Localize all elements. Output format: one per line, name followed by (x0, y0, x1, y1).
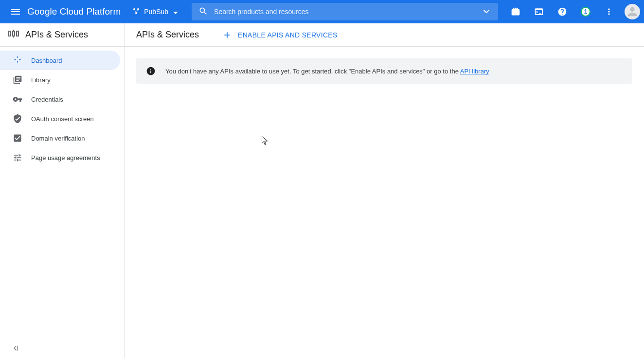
sidebar-item-credentials[interactable]: Credentials (0, 90, 124, 109)
sidebar-item-label: OAuth consent screen (31, 115, 94, 123)
sidebar-item-label: Page usage agreements (31, 154, 100, 161)
sidebar-item-library[interactable]: Library (0, 70, 124, 90)
sidebar-header: APIs & Services (0, 23, 124, 47)
banner-text-prefix: You don't have any APIs available to use… (165, 68, 460, 75)
cloud-shell-icon (534, 7, 544, 17)
search-icon (198, 6, 208, 18)
notification-badge: 1 (581, 7, 590, 17)
content-area: You don't have any APIs available to use… (125, 47, 644, 95)
help-button[interactable] (553, 0, 572, 23)
hamburger-menu-button[interactable] (4, 0, 27, 23)
library-icon (12, 75, 23, 85)
more-button[interactable] (599, 0, 619, 23)
key-icon (12, 94, 23, 104)
brand-title[interactable]: Google Cloud Platform (27, 6, 121, 17)
sidebar-item-dashboard[interactable]: Dashboard (0, 51, 120, 70)
svg-rect-3 (9, 31, 11, 36)
sidebar-item-oauth[interactable]: OAuth consent screen (0, 109, 124, 128)
more-vert-icon (604, 7, 614, 17)
search-container (192, 3, 498, 20)
api-library-link[interactable]: API library (460, 68, 489, 75)
verified-icon (12, 133, 23, 143)
sidebar-item-label: Dashboard (31, 57, 62, 64)
dashboard-icon (12, 55, 23, 65)
sidebar-nav: Dashboard Library Credentials OAuth cons… (0, 47, 124, 339)
help-icon (557, 7, 567, 17)
project-icon (132, 7, 140, 17)
sidebar: APIs & Services Dashboard Library Creden… (0, 23, 125, 358)
sidebar-item-label: Domain verification (31, 135, 85, 142)
plus-icon (222, 30, 232, 40)
svg-rect-4 (13, 31, 15, 36)
main-header: APIs & Services ENABLE APIS AND SERVICES (125, 23, 644, 47)
sidebar-item-label: Library (31, 76, 51, 84)
enable-apis-button[interactable]: ENABLE APIS AND SERVICES (222, 30, 338, 40)
header-utility-icons: 1 (506, 0, 640, 23)
sidebar-item-label: Credentials (31, 96, 63, 103)
sidebar-title: APIs & Services (25, 30, 88, 40)
sidebar-collapse-button[interactable] (0, 339, 124, 358)
enable-apis-label: ENABLE APIS AND SERVICES (238, 31, 338, 39)
sidebar-item-domain[interactable]: Domain verification (0, 128, 124, 148)
dropdown-arrow-icon (173, 8, 178, 16)
hamburger-icon (10, 6, 21, 18)
person-icon (626, 5, 639, 18)
info-icon (146, 66, 156, 76)
search-input[interactable] (214, 8, 477, 16)
consent-icon (12, 114, 23, 124)
main-layout: APIs & Services Dashboard Library Creden… (0, 23, 644, 358)
gift-button[interactable] (506, 0, 525, 23)
project-selector[interactable]: PubSub (128, 4, 182, 19)
chevron-down-icon (483, 10, 489, 14)
account-avatar[interactable] (625, 4, 640, 19)
gift-icon (511, 7, 520, 17)
page-title: APIs & Services (136, 30, 199, 40)
main-content: APIs & Services ENABLE APIS AND SERVICES… (125, 23, 644, 358)
info-banner: You don't have any APIs available to use… (136, 58, 632, 84)
api-icon (8, 28, 19, 42)
notifications-button[interactable]: 1 (576, 0, 595, 23)
sidebar-item-page-usage[interactable]: Page usage agreements (0, 148, 124, 167)
project-name: PubSub (144, 8, 168, 16)
banner-text: You don't have any APIs available to use… (165, 68, 489, 75)
cloud-shell-button[interactable] (529, 0, 549, 23)
search-dropdown-button[interactable] (477, 10, 496, 14)
search-bar[interactable] (192, 3, 498, 20)
collapse-icon (12, 343, 21, 353)
svg-rect-6 (18, 346, 18, 350)
top-header: Google Cloud Platform PubSub (0, 0, 644, 23)
svg-rect-5 (17, 31, 18, 36)
settings-list-icon (12, 153, 23, 162)
